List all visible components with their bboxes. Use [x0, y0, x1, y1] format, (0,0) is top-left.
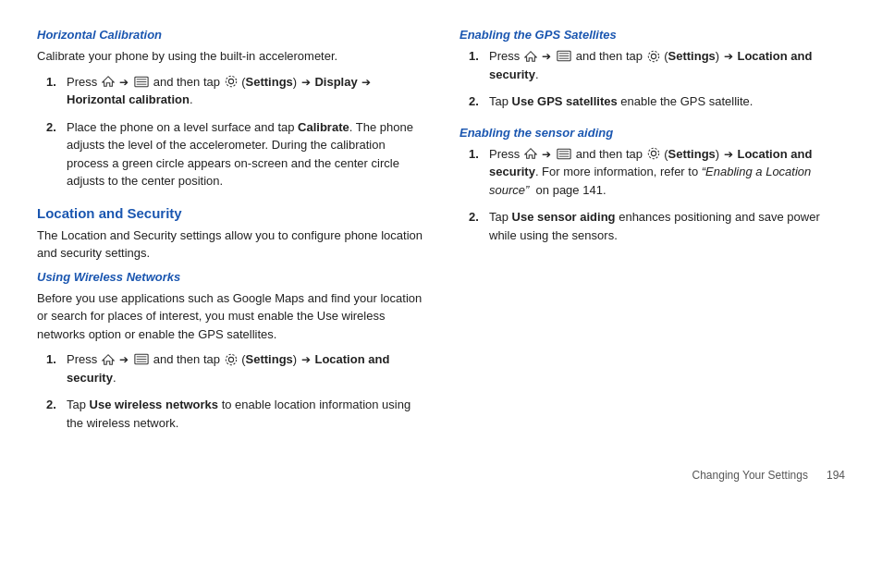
- page-layout: Horizontal Calibration Calibrate your ph…: [37, 28, 845, 441]
- list-item: Press ➔ and then tap (Settings) ➔ Locati…: [489, 145, 845, 200]
- arrow-icon: ➔: [724, 146, 733, 163]
- svg-point-19: [651, 54, 655, 58]
- table-row: 2. Place the phone on a level surface an…: [46, 118, 423, 190]
- svg-point-6: [226, 76, 236, 86]
- table-row: 2. Tap Use wireless networks to enable l…: [46, 396, 423, 432]
- arrow-icon: ➔: [542, 48, 551, 65]
- list-item: Tap Use wireless networks to enable loca…: [67, 396, 423, 432]
- location-security-section: Location and Security The Location and S…: [37, 205, 423, 433]
- list-num: 1.: [469, 47, 482, 83]
- using-wireless-heading: Using Wireless Networks: [37, 270, 423, 284]
- page-footer: Changing Your Settings 194: [37, 469, 845, 482]
- sensor-aiding-section: Enabling the sensor aiding 1. Press ➔ an…: [459, 126, 845, 245]
- list-num: 2.: [46, 396, 59, 432]
- gps-satellites-list: 1. Press ➔ and then tap (Settings) ➔ Loc…: [469, 47, 845, 111]
- use-sensor-label: Use sensor aiding: [512, 210, 616, 224]
- horiz-cal-label: Horizontal calibration: [67, 92, 190, 106]
- svg-point-5: [228, 79, 233, 83]
- arrow-icon: ➔: [301, 351, 311, 368]
- display-label: Display: [314, 75, 357, 89]
- ref-text: “Enabling a Location source”: [489, 165, 811, 197]
- table-row: 2. Tap Use sensor aiding enhances positi…: [469, 208, 845, 244]
- svg-point-13: [226, 354, 236, 364]
- list-item: Place the phone on a level surface and t…: [67, 118, 423, 190]
- home-icon: [102, 353, 115, 366]
- table-row: 1. Press ➔ and then tap (Settings) ➔ Loc…: [469, 47, 845, 83]
- menu-icon: [557, 50, 571, 62]
- home-icon: [524, 147, 537, 160]
- table-row: 1. Press ➔ and then tap (Settings) ➔ Dis…: [46, 73, 423, 109]
- calibrate-label: Calibrate: [298, 120, 349, 134]
- arrow-icon: ➔: [119, 74, 129, 91]
- settings-icon: [647, 147, 660, 160]
- horizontal-calibration-intro: Calibrate your phone by using the built-…: [37, 47, 423, 66]
- use-wireless-label: Use wireless networks: [90, 398, 218, 411]
- table-row: 1. Press ➔ and then tap (Settings) ➔ Loc…: [469, 145, 845, 200]
- settings-icon: [225, 75, 238, 88]
- settings-icon: [225, 353, 238, 366]
- list-num: 2.: [469, 208, 482, 244]
- gps-satellites-heading: Enabling the GPS Satellites: [459, 28, 845, 42]
- using-wireless-networks-section: Using Wireless Networks Before you use a…: [37, 270, 423, 433]
- settings-label: Settings: [246, 75, 293, 89]
- svg-marker-21: [525, 149, 536, 159]
- table-row: 2. Tap Use GPS satellites enable the GPS…: [469, 92, 845, 111]
- list-item: Press ➔ and then tap (Settings) ➔ Locati…: [489, 47, 845, 83]
- sensor-aiding-list: 1. Press ➔ and then tap (Settings) ➔ Loc…: [469, 145, 845, 245]
- list-item: Tap Use GPS satellites enable the GPS sa…: [489, 92, 845, 111]
- location-security-heading: Location and Security: [37, 205, 423, 221]
- right-column: Enabling the GPS Satellites 1. Press ➔ a…: [459, 28, 845, 441]
- location-security-intro: The Location and Security settings allow…: [37, 227, 423, 263]
- menu-icon: [134, 353, 149, 365]
- use-gps-label: Use GPS satellites: [512, 94, 618, 108]
- horizontal-calibration-list: 1. Press ➔ and then tap (Settings) ➔ Dis…: [46, 73, 423, 190]
- arrow-icon: ➔: [724, 48, 733, 65]
- using-wireless-list: 1. Press ➔ and then tap (Settings) ➔ Loc…: [46, 350, 423, 432]
- svg-marker-7: [103, 354, 114, 364]
- menu-icon: [557, 148, 571, 160]
- list-num: 1.: [46, 73, 59, 109]
- arrow-icon2: ➔: [301, 74, 311, 91]
- svg-point-20: [648, 51, 658, 61]
- list-num: 2.: [469, 92, 482, 111]
- list-item: Press ➔ and then tap (Settings) ➔ Locati…: [67, 350, 423, 386]
- menu-icon: [134, 76, 149, 88]
- list-item: Press ➔ and then tap (Settings) ➔ Displa…: [67, 73, 423, 109]
- left-column: Horizontal Calibration Calibrate your ph…: [37, 28, 423, 441]
- svg-point-12: [228, 357, 233, 361]
- horizontal-calibration-section: Horizontal Calibration Calibrate your ph…: [37, 28, 423, 190]
- list-num: 1.: [469, 145, 482, 200]
- svg-point-26: [651, 151, 655, 155]
- home-icon: [102, 75, 115, 88]
- svg-marker-14: [525, 51, 536, 61]
- arrow-icon: ➔: [542, 146, 551, 163]
- using-wireless-intro: Before you use applications such as Goog…: [37, 289, 423, 344]
- arrow-icon: ➔: [119, 351, 129, 368]
- svg-marker-0: [103, 77, 114, 87]
- footer-page-number: 194: [827, 469, 845, 482]
- sensor-aiding-heading: Enabling the sensor aiding: [459, 126, 845, 140]
- settings-icon: [647, 50, 660, 63]
- settings-label: Settings: [668, 147, 716, 161]
- settings-label: Settings: [668, 49, 716, 63]
- svg-point-27: [648, 148, 658, 158]
- arrow-icon3: ➔: [361, 74, 371, 91]
- settings-label: Settings: [246, 352, 293, 366]
- list-num: 1.: [46, 350, 59, 386]
- horizontal-calibration-heading: Horizontal Calibration: [37, 28, 423, 42]
- list-item: Tap Use sensor aiding enhances positioni…: [489, 208, 845, 244]
- gps-satellites-section: Enabling the GPS Satellites 1. Press ➔ a…: [459, 28, 845, 111]
- footer-label: Changing Your Settings: [692, 469, 808, 482]
- home-icon: [524, 50, 537, 63]
- list-num: 2.: [46, 118, 59, 190]
- table-row: 1. Press ➔ and then tap (Settings) ➔ Loc…: [46, 350, 423, 386]
